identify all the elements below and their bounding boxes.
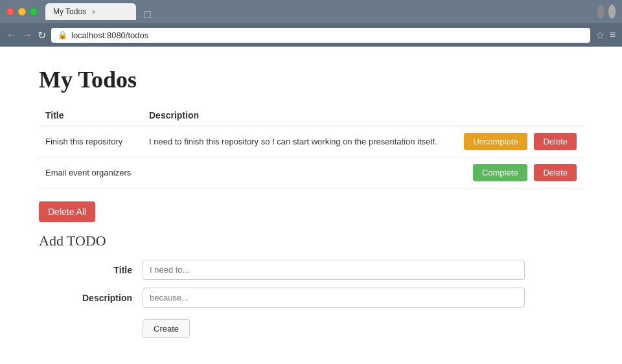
add-todo-heading: Add TODO [39,233,583,249]
description-label: Description [39,293,143,303]
table-row: Email event organizers Complete Delete [39,157,583,188]
todo-table: Title Description Finish this repository… [39,106,583,188]
tab-bar: My Todos × □ [45,3,597,20]
maximize-button[interactable] [30,8,38,16]
create-button-row: Create [143,315,583,338]
create-button[interactable]: Create [143,319,190,338]
browser-titlebar: My Todos × □ [0,0,622,23]
user-avatar-area [597,3,616,21]
lock-icon: 🔒 [58,30,67,40]
todo-actions-cell: Complete Delete [454,157,583,188]
browser-tab[interactable]: My Todos × [45,3,136,20]
back-button[interactable]: ← [6,29,17,41]
delete-all-button[interactable]: Delete All [39,201,95,222]
url-text: localhost:8080/todos [71,30,148,40]
browser-navigation-bar: ← → ↻ 🔒 localhost:8080/todos ☆ ≡ [0,23,622,47]
avatar-2 [608,5,616,19]
browser-window: My Todos × □ ← → ↻ 🔒 localhost:8080/todo… [0,0,622,364]
todo-description-cell: I need to finish this repository so I ca… [143,126,454,157]
menu-button[interactable]: ≡ [610,29,616,41]
minimize-button[interactable] [18,8,26,16]
page-title: My Todos [39,66,583,93]
todo-title-cell: Finish this repository [39,126,143,157]
column-header-description: Description [143,106,454,126]
page-content: My Todos Title Description Finish this r… [0,47,622,364]
todo-actions-cell: Uncomplete Delete [454,126,583,157]
tab-title: My Todos [53,7,86,16]
refresh-button[interactable]: ↻ [38,29,46,41]
bookmark-button[interactable]: ☆ [595,29,605,41]
description-input[interactable] [143,288,525,308]
title-label: Title [39,265,143,275]
add-todo-section: Add TODO Title Description Create [39,233,583,338]
uncomplete-button[interactable]: Uncomplete [464,133,527,150]
forward-button[interactable]: → [22,29,32,41]
avatar-1 [597,5,605,19]
delete-button[interactable]: Delete [534,164,577,181]
delete-all-row: Delete All [39,201,583,222]
description-form-row: Description [39,288,583,308]
column-header-actions [454,106,583,126]
new-tab-button[interactable]: □ [139,8,156,20]
table-row: Finish this repository I need to finish … [39,126,583,157]
column-header-title: Title [39,106,143,126]
todo-title-cell: Email event organizers [39,157,143,188]
close-button[interactable] [6,8,14,16]
complete-button[interactable]: Complete [473,164,527,181]
traffic-lights [6,8,38,16]
title-form-row: Title [39,260,583,280]
tab-close-icon[interactable]: × [91,8,95,16]
title-input[interactable] [143,260,525,280]
delete-button[interactable]: Delete [534,133,577,150]
address-bar[interactable]: 🔒 localhost:8080/todos [51,28,590,43]
todo-description-cell [143,157,454,188]
browser-action-buttons: ☆ ≡ [595,29,616,41]
